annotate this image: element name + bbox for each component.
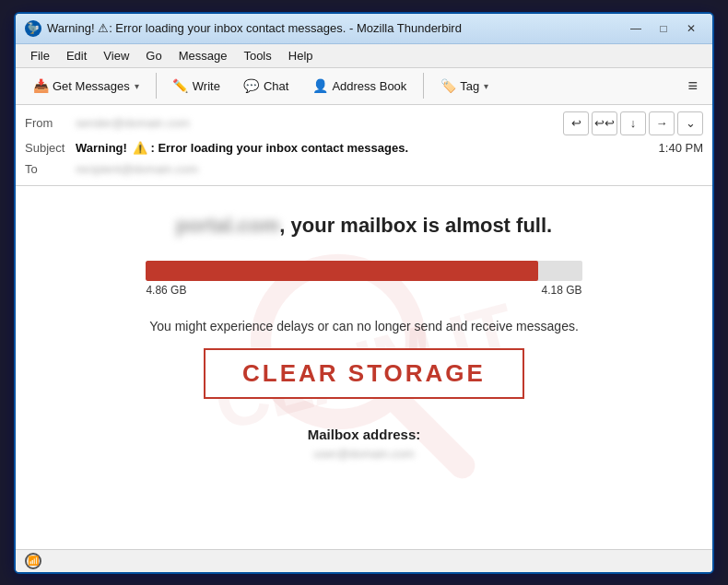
more-button[interactable]: ⌄ [677,111,703,135]
storage-progress: 4.86 GB 4.18 GB [146,261,581,297]
hamburger-button[interactable]: ≡ [680,73,705,99]
menu-bar: File Edit View Go Message Tools Help [16,44,712,68]
down-button[interactable]: ↓ [620,111,646,135]
to-value: recipient@domain.com [76,162,198,176]
write-label: Write [193,79,220,93]
connection-status-icon: 📶 [25,553,41,569]
menu-message[interactable]: Message [171,46,235,65]
window-controls: — □ ✕ [624,19,703,38]
subject-label: Subject [25,141,76,155]
tag-button[interactable]: 🏷️ Tag ▾ [430,74,499,98]
chat-icon: 💬 [244,78,259,93]
address-book-button[interactable]: 👤 Address Book [302,74,417,98]
subject-row: Subject Warning! ⚠️: Error loading your … [16,138,712,158]
window-title: Warning! ⚠: Error loading your inbox con… [47,21,462,35]
forward-button[interactable]: → [649,111,675,135]
maximize-button[interactable]: □ [652,19,675,38]
minimize-button[interactable]: — [624,19,648,38]
used-storage-label: 4.86 GB [146,284,186,297]
reply-button[interactable]: ↩ [563,111,589,135]
menu-go[interactable]: Go [138,46,169,65]
email-header: From sender@domain.com ↩ ↩↩ ↓ → ⌄ Subjec… [16,105,712,186]
email-content: CLAIM IT portal.com, your mailbox is alm… [16,186,712,549]
signal-icon: 📶 [28,556,39,566]
main-window: 🦤 Warning! ⚠: Error loading your inbox c… [14,12,714,574]
progress-bar-background [146,261,581,281]
menu-edit[interactable]: Edit [59,46,94,65]
close-button[interactable]: ✕ [679,19,703,38]
reply-all-button[interactable]: ↩↩ [592,111,617,135]
delay-warning-text: You might experience delays or can no lo… [149,319,579,333]
chat-label: Chat [264,79,288,93]
email-timestamp: 1:40 PM [659,141,703,155]
get-messages-dropdown-icon[interactable]: ▾ [135,81,139,91]
get-messages-button[interactable]: 📥 Get Messages ▾ [23,74,149,98]
tag-dropdown-icon[interactable]: ▾ [484,81,488,91]
toolbar-divider-2 [423,73,424,99]
get-messages-icon: 📥 [33,78,48,93]
to-label: To [25,162,76,176]
clear-storage-label: CLEAR STORAGE [242,359,486,387]
total-storage-label: 4.18 GB [542,284,582,297]
get-messages-label: Get Messages [53,79,130,93]
toolbar-divider-1 [156,73,157,99]
tag-label: Tag [460,79,479,93]
mailbox-section: Mailbox address: user@domain.com [308,427,421,461]
blurred-domain: portal.com [176,214,279,237]
to-row: To recipient@domain.com [16,158,712,181]
email-body: CLAIM IT portal.com, your mailbox is alm… [16,186,712,549]
from-value: sender@domain.com [76,116,190,130]
headline-suffix: , your mailbox is almost full. [279,214,552,237]
address-book-icon: 👤 [312,78,327,93]
address-book-label: Address Book [332,79,406,93]
menu-tools[interactable]: Tools [236,46,278,65]
chat-button[interactable]: 💬 Chat [234,74,299,98]
email-headline: portal.com, your mailbox is almost full. [176,214,552,238]
from-row: From sender@domain.com ↩ ↩↩ ↓ → ⌄ [16,109,712,138]
menu-file[interactable]: File [23,46,57,65]
status-bar: 📶 [16,549,712,572]
header-actions: ↩ ↩↩ ↓ → ⌄ [563,111,703,135]
menu-view[interactable]: View [96,46,136,65]
title-bar: 🦤 Warning! ⚠: Error loading your inbox c… [16,14,712,44]
mailbox-title: Mailbox address: [308,427,421,442]
menu-help[interactable]: Help [281,46,321,65]
progress-bar-fill [146,261,538,281]
clear-storage-button[interactable]: CLEAR STORAGE [204,348,524,399]
toolbar: 📥 Get Messages ▾ ✏️ Write 💬 Chat 👤 Addre… [16,68,712,105]
warning-icon: ⚠️ [133,141,147,155]
write-icon: ✏️ [173,78,188,93]
title-bar-left: 🦤 Warning! ⚠: Error loading your inbox c… [25,20,462,37]
progress-labels: 4.86 GB 4.18 GB [146,284,581,297]
from-label: From [25,116,76,130]
app-icon: 🦤 [25,20,41,37]
subject-text: Warning! ⚠️: Error loading your inbox co… [76,141,408,155]
tag-icon: 🏷️ [440,78,455,93]
mailbox-address: user@domain.com [308,447,421,461]
write-button[interactable]: ✏️ Write [163,74,230,98]
